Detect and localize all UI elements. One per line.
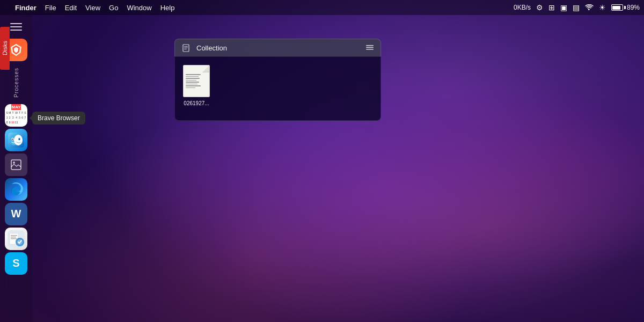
- brightness-icon: ☀: [599, 3, 606, 12]
- svg-point-9: [19, 138, 20, 140]
- file-thumbnail: [183, 65, 210, 97]
- image-viewer-svg: [11, 159, 21, 170]
- hamburger-line-1: [10, 23, 22, 24]
- battery-percent: 89%: [627, 4, 640, 11]
- desktop: Finder File Edit View Go Window Help 0KB…: [0, 0, 644, 322]
- menubar: Finder File Edit View Go Window Help 0KB…: [0, 0, 644, 15]
- file-name-label: 0261927...: [184, 100, 209, 106]
- chat-icon: ▤: [573, 3, 580, 12]
- svg-rect-23: [366, 45, 374, 46]
- svg-point-11: [13, 162, 15, 164]
- svg-rect-24: [366, 47, 374, 48]
- menubar-go[interactable]: Go: [109, 4, 118, 12]
- preview-logo-svg: [8, 230, 25, 247]
- cast-icon: ⊞: [548, 3, 555, 12]
- svg-rect-22: [184, 49, 187, 49]
- collection-window: Collection: [174, 39, 381, 121]
- collection-title-text: Collection: [196, 44, 361, 52]
- brave-logo-svg: [9, 42, 24, 57]
- network-speed: 0KB/s: [514, 4, 531, 11]
- hamburger-line-3: [10, 30, 22, 31]
- preview-app-icon[interactable]: [5, 228, 27, 250]
- finder-face-svg: [8, 133, 24, 148]
- collection-title-icon: [181, 42, 192, 53]
- disks-label[interactable]: Disks: [0, 27, 10, 70]
- image-viewer-icon[interactable]: [5, 153, 27, 176]
- tuning-fork-icon: ⚙: [536, 3, 543, 12]
- calendar-app-icon[interactable]: MAY SMT WTFS 123 4567 8910 11: [5, 104, 27, 127]
- processes-label: Processes: [13, 63, 19, 102]
- hamburger-line-2: [10, 26, 22, 27]
- skype-letter: S: [12, 257, 19, 269]
- word-app-icon[interactable]: W: [5, 203, 27, 225]
- finder-app-icon[interactable]: [5, 129, 27, 151]
- menubar-file[interactable]: File: [45, 4, 56, 12]
- calendar-body: SMT WTFS 123 4567 8910 11: [5, 110, 27, 127]
- word-letter: W: [11, 208, 21, 220]
- brave-browser-tooltip: Brave Browser: [32, 112, 85, 125]
- collection-menu-button[interactable]: [365, 43, 374, 53]
- svg-rect-15: [11, 237, 16, 238]
- menubar-finder[interactable]: Finder: [15, 4, 36, 12]
- wifi-icon[interactable]: [585, 4, 594, 11]
- screen-share-icon: ▣: [560, 3, 567, 12]
- collection-file-item[interactable]: 0261927...: [183, 65, 210, 106]
- svg-rect-25: [366, 49, 374, 50]
- svg-point-8: [12, 138, 13, 140]
- edge-logo-svg: [9, 182, 23, 196]
- menubar-right: 0KB/s ⚙ ⊞ ▣ ▤ ☀: [514, 3, 640, 12]
- svg-rect-21: [184, 48, 188, 48]
- edge-app-icon[interactable]: [5, 178, 27, 201]
- svg-rect-10: [11, 160, 21, 170]
- skype-app-icon[interactable]: S: [5, 252, 27, 275]
- svg-rect-20: [184, 46, 188, 47]
- battery-indicator: 89%: [611, 4, 640, 11]
- svg-rect-14: [11, 235, 17, 236]
- menubar-edit[interactable]: Edit: [65, 4, 77, 12]
- calendar-header: MAY: [11, 104, 20, 110]
- collection-content: 0261927...: [174, 56, 381, 121]
- menubar-window[interactable]: Window: [127, 4, 151, 12]
- menubar-view[interactable]: View: [85, 4, 100, 12]
- svg-rect-16: [11, 238, 17, 239]
- collection-titlebar: Collection: [174, 39, 381, 56]
- file-lines: [186, 68, 201, 88]
- svg-point-5: [14, 135, 23, 145]
- menubar-help[interactable]: Help: [160, 4, 175, 12]
- menubar-left: Finder File Edit View Go Window Help: [4, 4, 174, 12]
